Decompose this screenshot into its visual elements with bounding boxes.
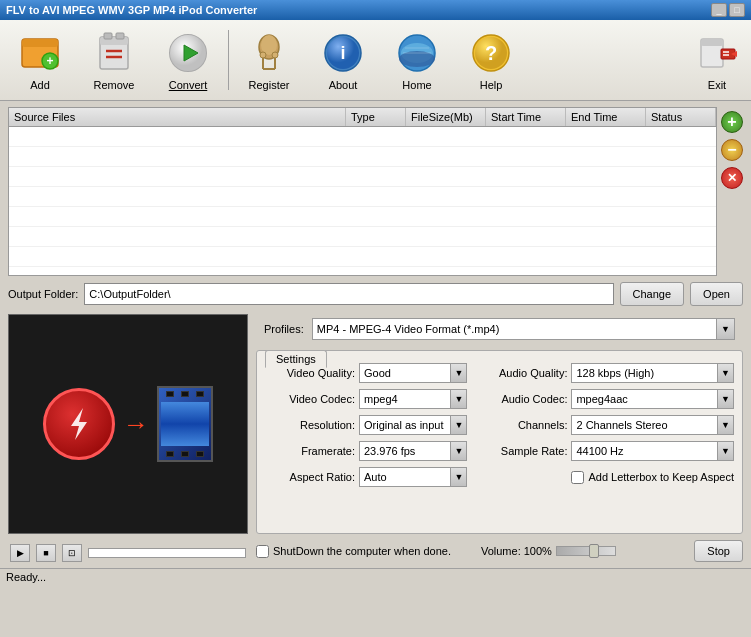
register-icon (245, 29, 293, 77)
table-header: Source Files Type FileSize(Mb) Start Tim… (9, 108, 716, 127)
settings-panel: Settings Video Quality: Good ▼ (256, 350, 743, 534)
clear-files-button[interactable]: ✕ (721, 167, 743, 189)
video-quality-wrapper: Good ▼ (359, 363, 467, 383)
add-button[interactable]: + Add (4, 24, 76, 96)
play-button[interactable]: ▶ (10, 544, 30, 562)
svg-point-15 (260, 52, 266, 58)
aspect-ratio-wrapper: Auto ▼ (359, 467, 467, 487)
exit-button[interactable]: Exit (687, 25, 747, 95)
channels-arrow[interactable]: ▼ (718, 415, 734, 435)
add-file-button[interactable]: + (721, 111, 743, 133)
status-bar: Ready... (0, 568, 751, 585)
register-button[interactable]: Register (233, 24, 305, 96)
profiles-value[interactable]: MP4 - MPEG-4 Video Format (*.mp4) (312, 318, 717, 340)
remove-button[interactable]: Remove (78, 24, 150, 96)
separator-1 (228, 30, 229, 90)
home-button[interactable]: Home (381, 24, 453, 96)
audio-quality-label: Audio Quality: (477, 367, 567, 379)
open-folder-button[interactable]: Open (690, 282, 743, 306)
sample-rate-arrow[interactable]: ▼ (718, 441, 734, 461)
resolution-row: Resolution: Original as input ▼ (265, 415, 467, 435)
change-folder-button[interactable]: Change (620, 282, 685, 306)
volume-label: Volume: 100% (481, 545, 552, 557)
audio-codec-label: Audio Codec: (477, 393, 567, 405)
help-label: Help (480, 79, 503, 91)
sample-rate-label: Sample Rate: (477, 445, 567, 457)
framerate-value[interactable]: 23.976 fps (359, 441, 451, 461)
stop-playback-button[interactable]: ■ (36, 544, 56, 562)
output-folder-input[interactable] (84, 283, 613, 305)
video-quality-value[interactable]: Good (359, 363, 451, 383)
preview-area: → (8, 314, 248, 534)
sample-rate-value[interactable]: 44100 Hz (571, 441, 718, 461)
remove-label: Remove (94, 79, 135, 91)
svg-rect-1 (22, 39, 58, 47)
svg-text:i: i (340, 43, 345, 63)
audio-quality-value[interactable]: 128 kbps (High) (571, 363, 718, 383)
svg-text:+: + (46, 54, 53, 68)
audio-quality-arrow[interactable]: ▼ (718, 363, 734, 383)
shutdown-label: ShutDown the computer when done. (273, 545, 451, 557)
audio-codec-wrapper: mpeg4aac ▼ (571, 389, 734, 409)
register-label: Register (249, 79, 290, 91)
video-codec-value[interactable]: mpeg4 (359, 389, 451, 409)
channels-label: Channels: (477, 419, 567, 431)
flash-icon (43, 388, 115, 460)
settings-tab[interactable]: Settings (265, 350, 327, 368)
letterbox-checkbox[interactable] (571, 471, 584, 484)
aspect-ratio-row: Aspect Ratio: Auto ▼ (265, 467, 467, 487)
snapshot-button[interactable]: ⊡ (62, 544, 82, 562)
exit-label: Exit (708, 79, 726, 91)
audio-codec-value[interactable]: mpeg4aac (571, 389, 718, 409)
audio-codec-arrow[interactable]: ▼ (718, 389, 734, 409)
audio-codec-row: Audio Codec: mpeg4aac ▼ (477, 389, 734, 409)
profiles-dropdown-arrow[interactable]: ▼ (717, 318, 735, 340)
channels-value[interactable]: 2 Channels Stereo (571, 415, 718, 435)
sample-rate-wrapper: 44100 Hz ▼ (571, 441, 734, 461)
settings-content: Video Quality: Good ▼ Audio Quality: 128… (257, 351, 742, 495)
volume-slider[interactable] (556, 546, 616, 556)
svg-text:?: ? (485, 42, 497, 64)
svg-point-16 (272, 52, 278, 58)
title-bar: FLV to AVI MPEG WMV 3GP MP4 iPod Convert… (0, 0, 751, 20)
stop-button[interactable]: Stop (694, 540, 743, 562)
video-quality-label: Video Quality: (265, 367, 355, 379)
about-icon: i (319, 29, 367, 77)
remove-icon (90, 29, 138, 77)
resolution-value[interactable]: Original as input (359, 415, 451, 435)
video-quality-arrow[interactable]: ▼ (451, 363, 467, 383)
letterbox-row: Add Letterbox to Keep Aspect (477, 467, 734, 487)
convert-button[interactable]: Convert (152, 24, 224, 96)
progress-bar[interactable] (88, 548, 246, 558)
aspect-ratio-value[interactable]: Auto (359, 467, 451, 487)
remove-file-button[interactable]: − (721, 139, 743, 161)
table-body[interactable] (9, 127, 716, 275)
video-codec-arrow[interactable]: ▼ (451, 389, 467, 409)
video-codec-wrapper: mpeg4 ▼ (359, 389, 467, 409)
minimize-button[interactable]: _ (711, 3, 727, 17)
col-size: FileSize(Mb) (406, 108, 486, 126)
about-button[interactable]: i About (307, 24, 379, 96)
svg-point-25 (399, 51, 435, 67)
framerate-row: Framerate: 23.976 fps ▼ (265, 441, 467, 461)
audio-quality-wrapper: 128 kbps (High) ▼ (571, 363, 734, 383)
maximize-button[interactable]: □ (729, 3, 745, 17)
col-start: Start Time (486, 108, 566, 126)
letterbox-label: Add Letterbox to Keep Aspect (588, 471, 734, 483)
channels-row: Channels: 2 Channels Stereo ▼ (477, 415, 734, 435)
sample-rate-row: Sample Rate: 44100 Hz ▼ (477, 441, 734, 461)
window-title: FLV to AVI MPEG WMV 3GP MP4 iPod Convert… (6, 4, 257, 16)
convert-icon (164, 29, 212, 77)
shutdown-checkbox[interactable] (256, 545, 269, 558)
settings-grid: Video Quality: Good ▼ Audio Quality: 128… (265, 363, 734, 487)
aspect-ratio-label: Aspect Ratio: (265, 471, 355, 483)
resolution-arrow[interactable]: ▼ (451, 415, 467, 435)
home-icon (393, 29, 441, 77)
svg-rect-8 (104, 33, 112, 39)
framerate-arrow[interactable]: ▼ (451, 441, 467, 461)
playback-controls: ▶ ■ ⊡ (8, 544, 248, 562)
help-button[interactable]: ? Help (455, 24, 527, 96)
col-type: Type (346, 108, 406, 126)
video-codec-label: Video Codec: (265, 393, 355, 405)
aspect-ratio-arrow[interactable]: ▼ (451, 467, 467, 487)
